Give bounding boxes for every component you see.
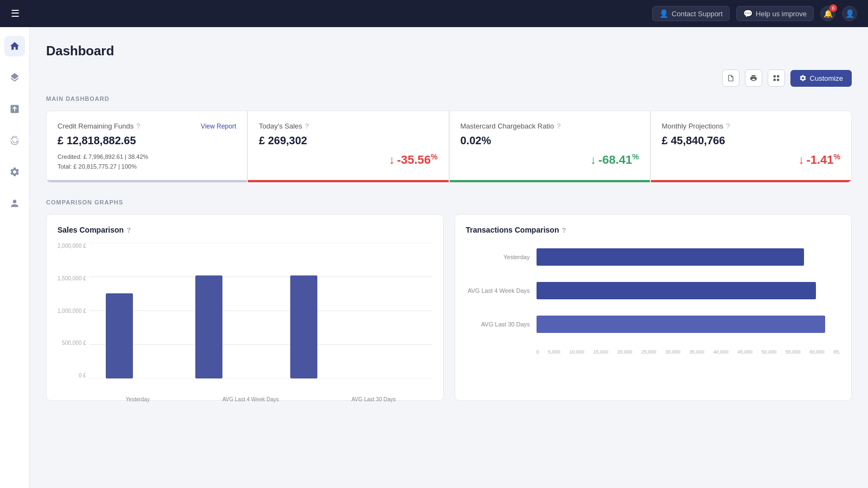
topnav-left: ☰ [11, 8, 20, 20]
view-report-link[interactable]: View Report [201, 123, 236, 130]
sales-chart-title: Sales Comparison ? [58, 226, 432, 234]
projections-arrow-icon: ↓ [798, 153, 804, 167]
graphs-grid: Sales Comparison ? 2,000,000 £ 1,500,000… [46, 214, 852, 401]
svg-rect-7 [290, 275, 317, 378]
help-improve-button[interactable]: 💬 Help us improve [736, 6, 814, 21]
customize-button[interactable]: Customize [790, 70, 852, 87]
avatar-icon: 👤 [845, 9, 854, 18]
support-icon: 👤 [659, 9, 668, 18]
card-credit-header: Credit Remaining Funds ? View Report [58, 122, 236, 130]
main-content: Dashboard Customize MAIN DASHBOARD [30, 27, 868, 488]
grid-button[interactable] [768, 69, 785, 87]
sidebar-item-settings[interactable] [4, 162, 25, 182]
toolbar-row: Customize [46, 69, 852, 87]
transactions-hbar-chart: Yesterday AVG Last 4 Week Days [466, 243, 841, 360]
card-sales-value: £ 269,302 [259, 134, 437, 147]
help-icon: 💬 [743, 9, 752, 18]
hbar-yesterday: Yesterday [466, 248, 841, 266]
card-projections-change: ↓ -1.41% [662, 152, 840, 167]
card-chargeback-title: Mastercard Chargeback Ratio ? [461, 122, 561, 130]
card-projections-value: £ 45,840,766 [662, 134, 840, 147]
layout: Dashboard Customize MAIN DASHBOARD [0, 27, 868, 488]
card-sales-header: Today's Sales ? [259, 122, 437, 130]
hbar-avg30days-fill [537, 316, 825, 333]
customize-label: Customize [810, 74, 843, 82]
card-credit-title: Credit Remaining Funds ? [58, 122, 140, 130]
topnav: ☰ 👤 Contact Support 💬 Help us improve 🔔 … [0, 0, 868, 27]
export-pdf-button[interactable] [722, 69, 739, 87]
sidebar-item-home[interactable] [4, 36, 25, 56]
card-chargeback-bar [450, 180, 650, 182]
transactions-chart-help-icon[interactable]: ? [561, 226, 566, 234]
comparison-graphs-section-header: COMPARISON GRAPHS [46, 199, 852, 206]
card-projections-bar [651, 180, 851, 182]
topnav-right: 👤 Contact Support 💬 Help us improve 🔔 6 … [652, 6, 857, 21]
transactions-x-labels: 0 5,000 10,000 15,000 20,000 25,000 30,0… [537, 349, 841, 355]
card-monthly-projections: Monthly Projections ? £ 45,840,766 ↓ -1.… [650, 111, 852, 183]
notification-badge: 6 [829, 4, 837, 12]
cards-grid: Credit Remaining Funds ? View Report £ 1… [46, 111, 852, 183]
hamburger-menu[interactable]: ☰ [11, 8, 20, 20]
sidebar [0, 27, 30, 488]
sales-help-icon[interactable]: ? [305, 122, 309, 130]
main-dashboard-section-header: MAIN DASHBOARD [46, 95, 852, 102]
card-credit-sub: Credited: £ 7,996,892.61 | 38.42% Total:… [58, 152, 236, 171]
print-button[interactable] [745, 69, 762, 87]
card-mastercard-chargeback: Mastercard Chargeback Ratio ? 0.02% ↓ -6… [449, 111, 650, 183]
credit-help-icon[interactable]: ? [136, 122, 140, 130]
card-chargeback-change: ↓ -68.41% [461, 152, 639, 167]
hbar-yesterday-fill [537, 248, 804, 266]
contact-support-button[interactable]: 👤 Contact Support [652, 6, 730, 21]
sales-grid [90, 243, 432, 378]
contact-support-label: Contact Support [672, 10, 723, 18]
card-sales-change: ↓ -35.56% [259, 152, 437, 167]
sales-bars-area: Yesterday AVG Last 4 Week Days AVG Last … [90, 243, 432, 389]
sales-chart-help-icon[interactable]: ? [126, 226, 131, 234]
card-chargeback-header: Mastercard Chargeback Ratio ? [461, 122, 639, 130]
card-projections-title: Monthly Projections ? [662, 122, 730, 130]
page-title: Dashboard [46, 43, 852, 59]
svg-rect-5 [106, 293, 133, 378]
projections-help-icon[interactable]: ? [726, 122, 730, 130]
sales-y-axis: 2,000,000 £ 1,500,000 £ 1,000,000 £ 500,… [58, 243, 90, 378]
card-sales-bar [248, 180, 448, 182]
card-credit-remaining: Credit Remaining Funds ? View Report £ 1… [46, 111, 247, 183]
sales-x-labels: Yesterday AVG Last 4 Week Days AVG Last … [90, 396, 432, 402]
transactions-chart-title: Transactions Comparison ? [466, 226, 841, 234]
sidebar-item-chart[interactable] [4, 99, 25, 119]
hbar-avg4weeks: AVG Last 4 Week Days [466, 282, 841, 299]
sidebar-item-fingerprint[interactable] [4, 130, 25, 151]
svg-rect-6 [195, 275, 222, 378]
sales-arrow-icon: ↓ [389, 153, 395, 167]
card-todays-sales: Today's Sales ? £ 269,302 ↓ -35.56% [247, 111, 449, 183]
card-chargeback-value: 0.02% [461, 134, 639, 147]
card-projections-header: Monthly Projections ? [662, 122, 840, 130]
sidebar-item-layers[interactable] [4, 67, 25, 88]
help-improve-label: Help us improve [756, 10, 807, 18]
chargeback-arrow-icon: ↓ [590, 153, 596, 167]
hbar-avg30days: AVG Last 30 Days [466, 316, 841, 333]
hbar-avg4weeks-fill [537, 282, 816, 299]
sidebar-item-user[interactable] [4, 193, 25, 214]
card-sales-title: Today's Sales ? [259, 122, 309, 130]
user-avatar-button[interactable]: 👤 [842, 6, 857, 21]
chargeback-help-icon[interactable]: ? [557, 122, 560, 130]
transactions-comparison-chart: Transactions Comparison ? Yesterday AVG … [455, 214, 852, 401]
notifications-button[interactable]: 🔔 6 [820, 6, 835, 21]
card-credit-value: £ 12,818,882.65 [58, 134, 236, 147]
sales-comparison-chart: Sales Comparison ? 2,000,000 £ 1,500,000… [46, 214, 444, 401]
card-credit-bar [47, 180, 247, 182]
